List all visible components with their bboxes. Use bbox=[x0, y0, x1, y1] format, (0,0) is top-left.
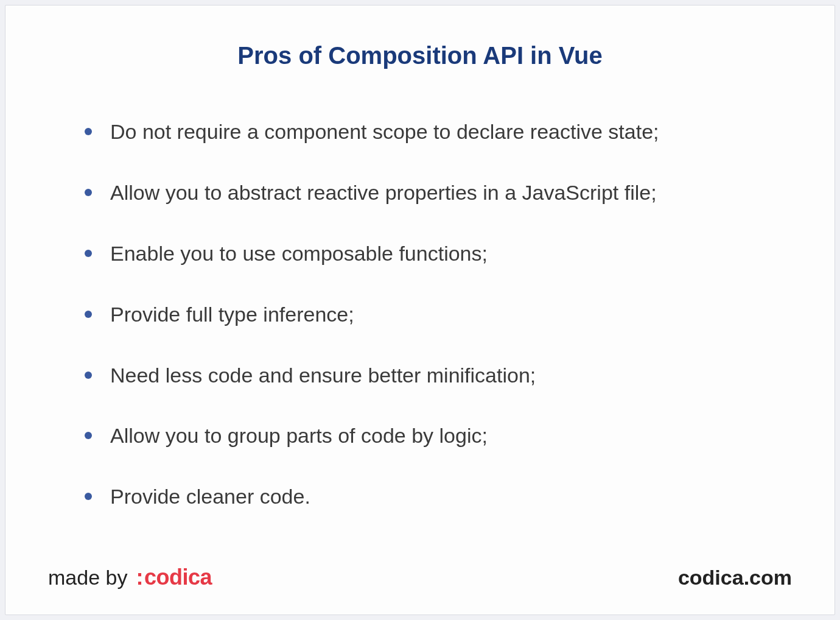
list-item: Do not require a component scope to decl… bbox=[85, 118, 792, 146]
card-title: Pros of Composition API in Vue bbox=[48, 42, 792, 69]
list-item: Provide cleaner code. bbox=[85, 483, 792, 511]
codica-logo: : codica bbox=[136, 565, 212, 590]
list-item: Provide full type inference; bbox=[85, 301, 792, 329]
made-by-label: made by bbox=[48, 566, 127, 590]
logo-colon-icon: : bbox=[136, 565, 143, 590]
list-item: Allow you to group parts of code by logi… bbox=[85, 422, 792, 450]
list-item: Enable you to use composable functions; bbox=[85, 240, 792, 268]
logo-text: codica bbox=[144, 565, 212, 590]
pros-list: Do not require a component scope to decl… bbox=[48, 118, 792, 544]
list-item: Need less code and ensure better minific… bbox=[85, 362, 792, 390]
list-item: Allow you to abstract reactive propertie… bbox=[85, 179, 792, 207]
made-by-block: made by : codica bbox=[48, 565, 212, 590]
card-footer: made by : codica codica.com bbox=[48, 565, 792, 590]
info-card: Pros of Composition API in Vue Do not re… bbox=[5, 5, 835, 615]
site-url: codica.com bbox=[678, 566, 792, 590]
